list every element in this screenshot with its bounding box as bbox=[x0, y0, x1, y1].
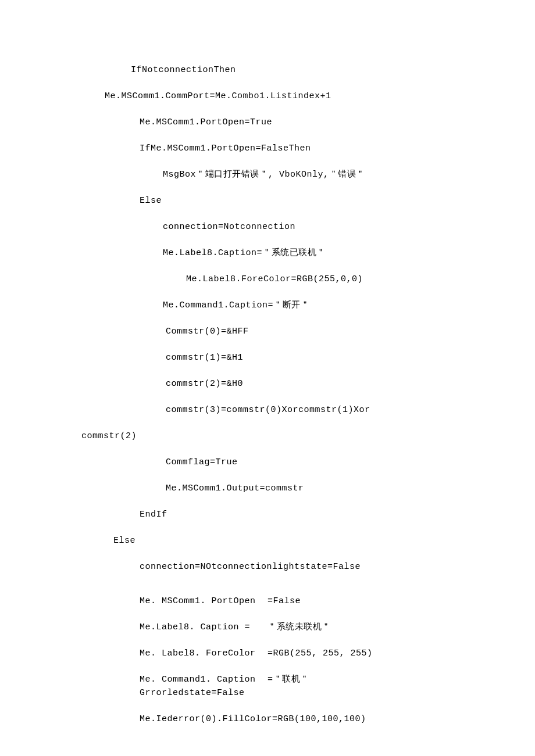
code-line: Commflag=True bbox=[0, 456, 535, 468]
code-line: IfMe.MSComm1.PortOpen=FalseThen bbox=[0, 142, 535, 155]
code-line: Me.MSComm1.Output=commstr bbox=[0, 482, 535, 495]
code-line: commstr(3)=commstr(0)Xorcommstr(1)Xor bbox=[0, 404, 535, 416]
code-cell: Me. MSComm1. PortOpen bbox=[140, 595, 268, 607]
code-line: Me.Label8.Caption=＂系统已联机＂ bbox=[0, 247, 535, 259]
code-line: connection=NOtconnectionlightstate=False bbox=[0, 561, 535, 573]
code-line: Me.Label8.ForeColor=RGB(255,0,0) bbox=[0, 273, 535, 285]
code-cell: Me. Command1. Caption bbox=[140, 673, 268, 686]
code-table-block: Me.Label8. Caption = ＂系统未联机＂ bbox=[0, 621, 535, 633]
code-cell: Me.Label8. Caption = bbox=[140, 621, 268, 633]
code-line: Me.Iederror(0).FillColor=RGB(100,100,100… bbox=[0, 713, 535, 725]
code-line: IfNotconnectionThen bbox=[0, 64, 535, 76]
code-table-block: Me. MSComm1. PortOpen =False bbox=[0, 595, 535, 607]
code-line: Else bbox=[0, 535, 535, 547]
code-line: commstr(2)=&H0 bbox=[0, 378, 535, 390]
code-cell: =＂联机＂ bbox=[268, 673, 309, 686]
code-cell: Me. Label8. ForeColor bbox=[140, 647, 268, 660]
code-line: Grrorledstate=False bbox=[0, 687, 535, 699]
code-line: Me.MSComm1.CommPort=Me.Combo1.Listindex+… bbox=[0, 90, 535, 102]
code-line: commstr(1)=&H1 bbox=[0, 352, 535, 364]
code-cell: =False bbox=[268, 595, 301, 607]
code-line: Else bbox=[0, 195, 535, 207]
code-line: Me.Command1.Caption=＂断开＂ bbox=[0, 299, 535, 311]
code-cell: =RGB(255, 255, 255) bbox=[268, 647, 373, 660]
code-line: EndIf bbox=[0, 508, 535, 521]
code-line: connection=Notconnection bbox=[0, 221, 535, 233]
code-line: Me.MSComm1.PortOpen=True bbox=[0, 116, 535, 128]
code-table-block: Me. Label8. ForeColor =RGB(255, 255, 255… bbox=[0, 647, 535, 660]
code-line: MsgBox＂端口打开错误＂, VboKOnly,＂错误＂ bbox=[0, 169, 535, 181]
code-line: Commstr(0)=&HFF bbox=[0, 325, 535, 338]
code-cell: ＂系统未联机＂ bbox=[268, 621, 331, 633]
code-line: commstr(2) bbox=[0, 430, 535, 442]
code-table-block: Me. Command1. Caption =＂联机＂ bbox=[0, 673, 535, 686]
